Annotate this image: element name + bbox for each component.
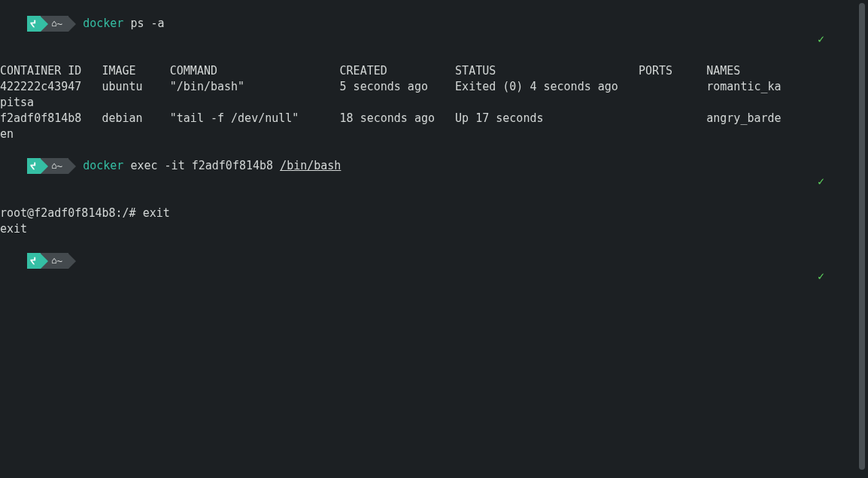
command-keyword: docker <box>83 159 123 172</box>
exit-echo: exit <box>0 222 27 236</box>
tilde: ~ <box>56 16 62 32</box>
command-line-2: ᔪ ⌂ ~ docker exec -it f2adf0f814b8 /bin/… <box>0 142 853 206</box>
container-shell-line: root@f2adf0f814b8:/# exit <box>0 206 853 221</box>
chevron-separator-icon <box>68 159 76 174</box>
header-names: NAMES <box>706 64 740 78</box>
table-header-row: CONTAINER ID IMAGE COMMAND CREATED STATU… <box>0 63 853 79</box>
command-args-path: /bin/bash <box>280 159 341 172</box>
prompt-segment: ᔪ ⌂ ~ <box>27 158 76 174</box>
cell-names: angry_barde <box>706 111 781 125</box>
cell-command: "tail -f /dev/null" <box>170 111 299 125</box>
cell-status: Up 17 seconds <box>455 111 543 125</box>
cell-created: 5 seconds ago <box>340 80 428 93</box>
chevron-separator-icon <box>68 17 76 32</box>
success-check-icon: ✓ <box>818 174 824 190</box>
table-row: 422222c43947 ubuntu "/bin/bash" 5 second… <box>0 79 853 95</box>
home-icon: ⌂ <box>51 16 56 32</box>
cell-names-wrap: pitsa <box>0 96 34 109</box>
cell-status: Exited (0) 4 seconds ago <box>455 80 618 93</box>
prompt-segment: ᔪ ⌂ ~ <box>27 16 76 32</box>
header-created: CREATED <box>340 64 387 78</box>
chevron-separator-icon <box>41 254 48 269</box>
home-icon: ⌂ <box>51 253 56 269</box>
cell-container-id: 422222c43947 <box>0 80 81 93</box>
command-args: ps -a <box>123 17 164 30</box>
header-command: COMMAND <box>170 64 217 78</box>
table-row-wrap: pitsa <box>0 95 853 111</box>
root-prompt-exit: root@f2adf0f814b8:/# exit <box>0 206 170 220</box>
header-status: STATUS <box>455 64 496 78</box>
terminal-output[interactable]: ᔪ ⌂ ~ docker ps -a ✓ CONTAINER ID IMAGE … <box>0 0 853 300</box>
os-logo-segment: ᔪ <box>27 253 41 269</box>
header-container-id: CONTAINER ID <box>0 64 81 78</box>
tilde: ~ <box>56 158 62 174</box>
cell-image: ubuntu <box>102 80 142 93</box>
command-keyword: docker <box>83 17 123 30</box>
chevron-separator-icon <box>41 159 48 174</box>
header-ports: PORTS <box>639 64 672 78</box>
table-row-wrap: en <box>0 126 853 142</box>
success-check-icon: ✓ <box>818 269 824 285</box>
command-args: exec -it f2adf0f814b8 <box>123 159 280 172</box>
command-line-1: ᔪ ⌂ ~ docker ps -a ✓ <box>0 0 853 63</box>
header-image: IMAGE <box>102 64 135 78</box>
exit-echo-line: exit <box>0 221 853 237</box>
tilde: ~ <box>56 253 62 269</box>
os-logo-segment: ᔪ <box>27 158 41 174</box>
cell-container-id: f2adf0f814b8 <box>0 111 81 125</box>
cell-names-wrap: en <box>0 127 14 141</box>
prompt-segment: ᔪ ⌂ ~ <box>27 253 76 269</box>
chevron-separator-icon <box>41 17 48 32</box>
cell-image: debian <box>102 111 142 125</box>
chevron-separator-icon <box>68 254 76 269</box>
command-line-3[interactable]: ᔪ ⌂ ~ ✓ <box>0 237 853 300</box>
table-row: f2adf0f814b8 debian "tail -f /dev/null" … <box>0 111 853 126</box>
scrollbar[interactable] <box>859 3 865 470</box>
home-icon: ⌂ <box>51 158 56 174</box>
cell-names: romantic_ka <box>706 80 781 93</box>
success-check-icon: ✓ <box>818 32 824 47</box>
cell-created: 18 seconds ago <box>340 111 435 125</box>
cell-command: "/bin/bash" <box>170 80 244 93</box>
os-logo-segment: ᔪ <box>27 16 41 32</box>
